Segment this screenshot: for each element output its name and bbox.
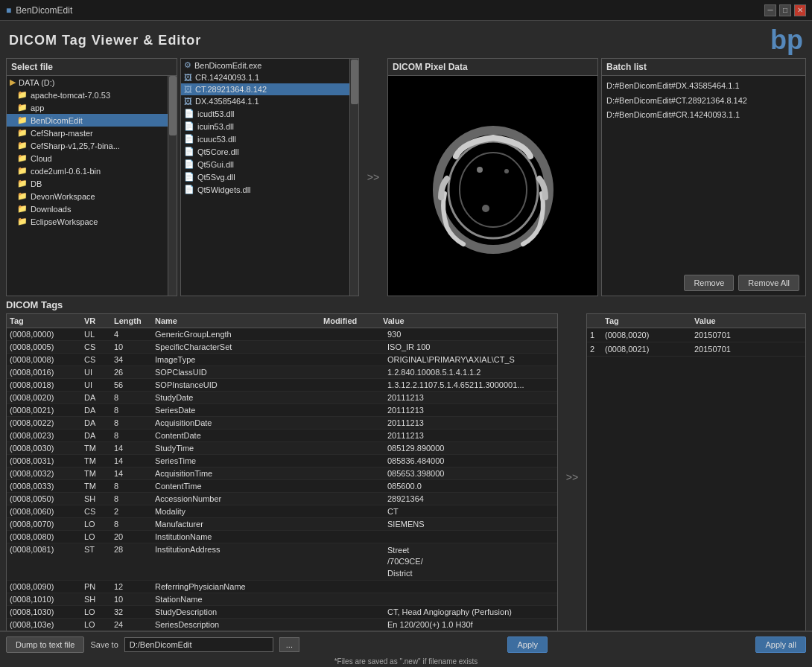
cell-tag: (0008,0031) <box>7 456 81 466</box>
file-icon: 📄 <box>184 185 194 194</box>
table-row[interactable]: (0008,0050) SH 8 AccessionNumber 2892136… <box>7 493 557 505</box>
list-item-selected[interactable]: 🖼 CT.28921364.8.142 <box>181 83 349 95</box>
cell-name: SOPInstanceUID <box>152 380 325 390</box>
list-item[interactable]: 🖼 CR.14240093.1.1 <box>181 71 349 83</box>
batch-panel-title: Batch list <box>606 62 647 72</box>
list-item[interactable]: 📁 EclipseWorkspace <box>7 215 168 228</box>
browse-button[interactable]: ... <box>279 637 299 652</box>
item-label: Qt5Svg.dll <box>197 173 235 182</box>
list-item[interactable]: 📁 Cloud <box>7 152 168 165</box>
cell-length: 14 <box>111 443 152 453</box>
list-item[interactable]: 📄 Qt5Svg.dll <box>181 170 349 183</box>
list-item[interactable]: 📁 DB <box>7 177 168 190</box>
save-path-input[interactable] <box>124 637 273 652</box>
dump-to-text-button[interactable]: Dump to text file <box>6 636 84 653</box>
file-list-scrollbar[interactable] <box>168 76 177 296</box>
cell-tag: (0008,0080) <box>7 532 81 542</box>
table-row[interactable]: (0008,0020) DA 8 StudyDate 20111213 <box>7 392 557 404</box>
table-row[interactable]: (0008,0030) TM 14 StudyTime 085129.89000… <box>7 442 557 455</box>
cell-name: SeriesDescription <box>152 619 325 630</box>
list-item[interactable]: 📄 Qt5Widgets.dll <box>181 183 349 196</box>
apply-all-button[interactable]: Apply all <box>755 636 806 653</box>
list-item[interactable]: 📁 DevonWorkspace <box>7 190 168 202</box>
table-row[interactable]: (0008,0000) UL 4 GenericGroupLength 930 <box>7 328 557 341</box>
table-body[interactable]: (0008,0000) UL 4 GenericGroupLength 930 … <box>7 328 557 640</box>
table-row[interactable]: (0008,0018) UI 56 SOPInstanceUID 1.3.12.… <box>7 379 557 392</box>
cell-vr: CS <box>81 506 111 517</box>
side-table-body[interactable]: 1 (0008,0020) 20150701 2 (0008,0021) 201… <box>587 328 805 357</box>
cell-modified <box>325 443 384 453</box>
list-item[interactable]: 📄 icuuc53.dll <box>181 133 349 145</box>
table-row[interactable]: (0008,0031) TM 14 SeriesTime 085836.4840… <box>7 455 557 467</box>
cell-modified <box>325 380 384 390</box>
apply-button[interactable]: Apply <box>507 636 548 653</box>
cell-vr: DA <box>81 418 111 428</box>
table-row[interactable]: (0008,0022) DA 8 AcquisitionDate 2011121… <box>7 417 557 430</box>
table-row[interactable]: (0008,0090) PN 12 ReferringPhysicianName <box>7 581 557 593</box>
pixel-panel-header: DICOM Pixel Data <box>388 59 597 76</box>
table-row[interactable]: (0008,0080) LO 20 InstitutionName <box>7 531 557 543</box>
table-header: Tag VR Length Name Modified Value <box>7 314 557 328</box>
list-item[interactable]: 📁 code2uml-0.6.1-bin <box>7 165 168 177</box>
folder-icon: 📁 <box>17 103 28 112</box>
svg-point-6 <box>482 205 489 212</box>
maximize-button[interactable]: □ <box>779 4 791 16</box>
table-row[interactable]: (0008,0016) UI 26 SOPClassUID 1.2.840.10… <box>7 366 557 379</box>
list-item[interactable]: 📁 apache-tomcat-7.0.53 <box>7 89 168 101</box>
list-item[interactable]: 📁 CefSharp-v1,25,7-bina... <box>7 139 168 152</box>
folder-icon: 📁 <box>17 128 28 138</box>
cell-modified <box>325 619 384 630</box>
list-item[interactable]: 📄 Qt5Gui.dll <box>181 158 349 170</box>
cell-length: 8 <box>111 519 152 529</box>
file-panel: Select file ▶ DATA (D:) 📁 apache-tomcat-… <box>6 58 177 296</box>
batch-buttons: Remove Remove All <box>602 270 805 296</box>
app-title: DICOM Tag Viewer & Editor <box>9 33 201 48</box>
pixel-canvas <box>388 76 597 296</box>
remove-all-button[interactable]: Remove All <box>738 275 799 291</box>
cell-modified <box>325 329 384 339</box>
side-table-row[interactable]: 1 (0008,0020) 20150701 <box>587 328 805 342</box>
dicom-list-scrollbar[interactable] <box>349 59 358 296</box>
table-row[interactable]: (0008,0005) CS 10 SpecificCharacterSet I… <box>7 341 557 354</box>
list-item[interactable]: 📁 app <box>7 101 168 114</box>
table-row[interactable]: (0008,1030) LO 32 StudyDescription CT, H… <box>7 606 557 619</box>
side-cell-tag: (0008,0020) <box>602 330 691 340</box>
list-item[interactable]: 📄 Qt5Core.dll <box>181 145 349 158</box>
cell-modified <box>325 405 384 415</box>
close-button[interactable]: ✕ <box>794 4 806 16</box>
list-item[interactable]: 📄 icuin53.dll <box>181 120 349 133</box>
table-row[interactable]: (0008,0032) TM 14 AcquisitionTime 085653… <box>7 467 557 480</box>
list-item[interactable]: 📁 CefSharp-master <box>7 127 168 139</box>
item-label: CefSharp-v1,25,7-bina... <box>31 141 120 150</box>
side-cell-value: 20150701 <box>691 344 805 354</box>
list-item[interactable]: 🖼 DX.43585464.1.1 <box>181 95 349 107</box>
cell-length: 14 <box>111 456 152 466</box>
table-row[interactable]: (0008,0081) ST 28 InstitutionAddress Str… <box>7 543 557 581</box>
remove-button[interactable]: Remove <box>684 275 734 291</box>
list-item[interactable]: ▶ DATA (D:) <box>7 76 168 89</box>
file-panel-header: Select file <box>7 59 177 76</box>
list-item[interactable]: ⚙ BenDicomEdit.exe <box>181 59 349 71</box>
cell-value: En 120/200(+) 1.0 H30f <box>384 619 557 630</box>
cell-modified <box>325 607 384 617</box>
cell-vr: UL <box>81 329 111 339</box>
side-table-row[interactable]: 2 (0008,0021) 20150701 <box>587 342 805 357</box>
cell-length: 8 <box>111 405 152 415</box>
table-row[interactable]: (0008,0021) DA 8 SeriesDate 20111213 <box>7 404 557 417</box>
table-row[interactable]: (0008,0070) LO 8 Manufacturer SIEMENS <box>7 518 557 531</box>
cell-vr: SH <box>81 494 111 504</box>
cell-value: SIEMENS <box>384 519 557 529</box>
file-list[interactable]: ▶ DATA (D:) 📁 apache-tomcat-7.0.53 📁 app… <box>7 76 177 296</box>
table-row[interactable]: (0008,1010) SH 10 StationName <box>7 593 557 606</box>
table-row[interactable]: (0008,0023) DA 8 ContentDate 20111213 <box>7 430 557 442</box>
minimize-button[interactable]: ─ <box>764 4 776 16</box>
cell-vr: UI <box>81 367 111 377</box>
list-item[interactable]: 📄 icudt53.dll <box>181 107 349 120</box>
list-item[interactable]: 📁 Downloads <box>7 202 168 215</box>
table-row[interactable]: (0008,103e) LO 24 SeriesDescription En 1… <box>7 619 557 631</box>
table-row[interactable]: (0008,0008) CS 34 ImageType ORIGINAL\PRI… <box>7 354 557 366</box>
list-item-selected[interactable]: 📁 BenDicomEdit <box>7 114 168 127</box>
table-row[interactable]: (0008,0060) CS 2 Modality CT <box>7 505 557 518</box>
table-row[interactable]: (0008,0033) TM 8 ContentTime 085600.0 <box>7 480 557 493</box>
cell-name: StudyDescription <box>152 607 325 617</box>
